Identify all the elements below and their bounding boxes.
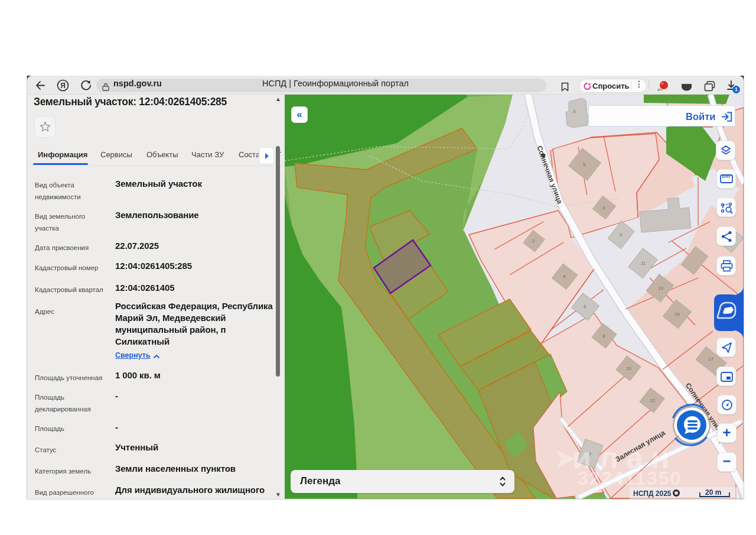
svg-text:10: 10 [626,366,631,371]
svg-text:17: 17 [708,356,713,362]
svg-text:5: 5 [583,162,586,167]
svg-text:15: 15 [674,312,680,317]
svg-text:13: 13 [658,286,663,291]
svg-text:11: 11 [641,261,646,266]
svg-text:Я: Я [60,82,66,90]
svg-text:3: 3 [602,205,605,210]
svg-text:3: 3 [573,109,576,114]
svg-text:6: 6 [584,304,586,309]
svg-text:2: 2 [532,238,535,244]
svg-text:12: 12 [650,398,655,403]
svg-text:8: 8 [602,333,605,339]
svg-text:9: 9 [620,232,623,238]
svg-text:4: 4 [563,274,566,279]
